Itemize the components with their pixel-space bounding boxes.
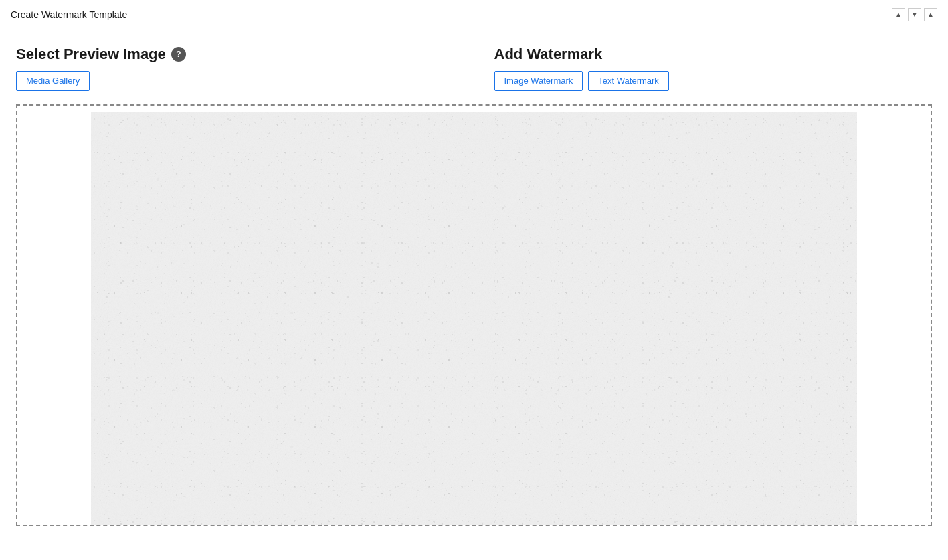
- watermark-buttons-group: Image Watermark Text Watermark: [494, 71, 933, 91]
- right-panel: Add Watermark Image Watermark Text Water…: [454, 45, 933, 91]
- select-preview-title-text: Select Preview Image: [16, 45, 166, 63]
- preview-image: [91, 112, 857, 525]
- title-bar: Create Watermark Template ▲ ▼ ▲: [0, 0, 948, 29]
- media-gallery-button[interactable]: Media Gallery: [16, 71, 90, 91]
- svg-rect-0: [91, 112, 857, 525]
- preview-texture: [91, 112, 857, 525]
- left-panel: Select Preview Image ? Media Gallery: [16, 45, 454, 91]
- add-watermark-heading: Add Watermark: [494, 45, 933, 63]
- header-row: Select Preview Image ? Media Gallery Add…: [16, 45, 932, 91]
- expand-button[interactable]: ▲: [924, 8, 937, 21]
- scroll-down-button[interactable]: ▼: [908, 8, 921, 21]
- window-title: Create Watermark Template: [11, 9, 127, 20]
- select-preview-heading: Select Preview Image ?: [16, 45, 454, 63]
- image-watermark-button[interactable]: Image Watermark: [494, 71, 583, 91]
- scroll-up-button[interactable]: ▲: [892, 8, 905, 21]
- text-watermark-button[interactable]: Text Watermark: [588, 71, 669, 91]
- preview-area: [16, 104, 932, 526]
- window-controls: ▲ ▼ ▲: [892, 8, 937, 21]
- add-watermark-title-text: Add Watermark: [494, 45, 603, 63]
- help-icon[interactable]: ?: [171, 47, 186, 62]
- main-content: Select Preview Image ? Media Gallery Add…: [0, 29, 948, 526]
